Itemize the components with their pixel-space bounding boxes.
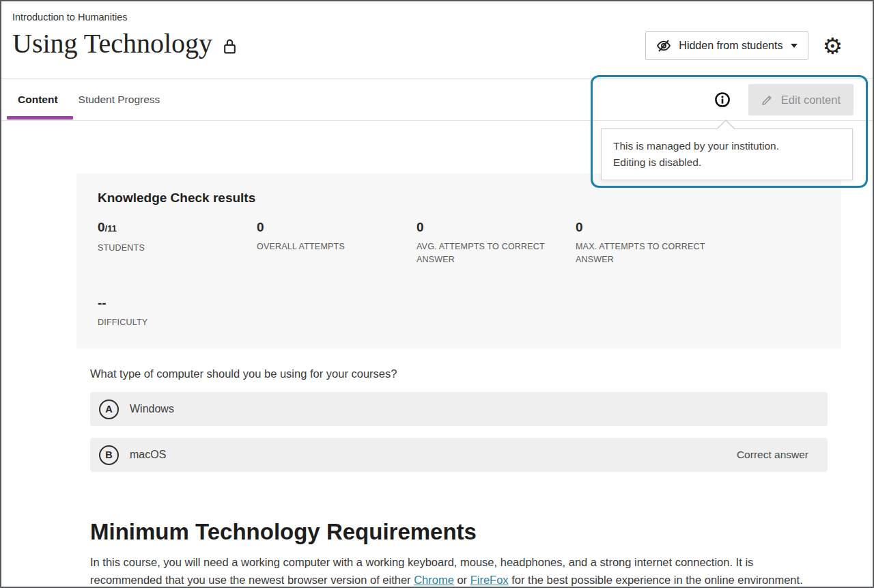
- visibility-label: Hidden from students: [679, 40, 783, 52]
- info-icon[interactable]: [714, 92, 731, 108]
- tab-controls: Edit content: [714, 79, 854, 120]
- article-paragraph: In this course, you will need a working …: [90, 553, 816, 588]
- stats-grid: 0/11 STUDENTS 0 OVERALL ATTEMPTS 0 AVG. …: [98, 220, 821, 329]
- chevron-down-icon: [791, 44, 798, 48]
- knowledge-check-title: Knowledge Check results: [98, 191, 821, 206]
- stat-difficulty: -- DIFFICULTY: [98, 296, 238, 329]
- main-content: Knowledge Check results 0/11 STUDENTS 0 …: [1, 173, 873, 588]
- course-content-page: Introduction to Humanities Using Technol…: [0, 0, 874, 588]
- pencil-icon: [761, 94, 774, 106]
- stat-value: 0: [417, 220, 556, 235]
- chrome-link[interactable]: Chrome: [414, 574, 454, 586]
- stat-value: --: [98, 296, 238, 311]
- stat-overall-attempts: 0 OVERALL ATTEMPTS: [257, 220, 397, 267]
- stat-label: MAX. ATTEMPTS TO CORRECT ANSWER: [576, 240, 716, 267]
- stat-label: OVERALL ATTEMPTS: [257, 240, 397, 253]
- firefox-link[interactable]: FireFox: [470, 574, 509, 586]
- stat-label: AVG. ATTEMPTS TO CORRECT ANSWER: [417, 240, 556, 267]
- visibility-dropdown-button[interactable]: Hidden from students: [645, 31, 808, 60]
- correct-answer-note: Correct answer: [737, 449, 808, 461]
- option-label: Windows: [130, 403, 174, 415]
- breadcrumb[interactable]: Introduction to Humanities: [12, 12, 127, 23]
- question-text: What type of computer should you be usin…: [90, 367, 873, 380]
- stat-label: STUDENTS: [98, 242, 238, 255]
- page-header: Introduction to Humanities Using Technol…: [1, 1, 873, 79]
- tooltip-line-2: Editing is disabled.: [613, 154, 841, 171]
- institution-tooltip: This is managed by your institution. Edi…: [601, 128, 853, 180]
- stat-label: DIFFICULTY: [98, 316, 238, 329]
- page-title: Using Technology: [12, 27, 212, 60]
- article-heading: Minimum Technology Requirements: [90, 519, 873, 545]
- eye-slash-icon: [656, 38, 671, 53]
- knowledge-check-card: Knowledge Check results 0/11 STUDENTS 0 …: [76, 173, 841, 348]
- option-letter-badge: A: [99, 400, 119, 419]
- tab-student-progress[interactable]: Student Progress: [79, 94, 160, 106]
- stat-avg-attempts: 0 AVG. ATTEMPTS TO CORRECT ANSWER: [417, 220, 556, 267]
- title-row: Using Technology: [12, 27, 237, 60]
- option-row-b: B macOS Correct answer: [90, 438, 828, 472]
- edit-content-button[interactable]: Edit content: [748, 84, 854, 115]
- stat-max-attempts: 0 MAX. ATTEMPTS TO CORRECT ANSWER: [576, 220, 716, 267]
- header-controls: Hidden from students ⚙: [645, 31, 843, 60]
- paragraph-text: or: [454, 574, 470, 586]
- stat-students: 0/11 STUDENTS: [98, 220, 238, 267]
- stat-value: 0: [257, 220, 397, 235]
- lock-icon: [223, 38, 237, 55]
- active-tab-underline: [7, 116, 73, 120]
- stat-value: 0: [98, 220, 105, 234]
- option-label: macOS: [130, 449, 166, 461]
- tooltip-line-1: This is managed by your institution.: [613, 138, 841, 154]
- tab-bar: Content Student Progress Edit con: [1, 79, 873, 121]
- option-letter-badge: B: [99, 445, 119, 465]
- paragraph-text: for the best possible experience in the …: [509, 574, 803, 586]
- edit-content-label: Edit content: [781, 94, 841, 107]
- stat-value: 0: [576, 220, 716, 235]
- answer-options: A Windows B macOS Correct answer: [90, 392, 828, 472]
- gear-icon[interactable]: ⚙: [822, 35, 843, 57]
- option-row-a: A Windows: [90, 392, 828, 426]
- stat-suffix: /11: [105, 223, 117, 234]
- tab-content[interactable]: Content: [18, 94, 58, 106]
